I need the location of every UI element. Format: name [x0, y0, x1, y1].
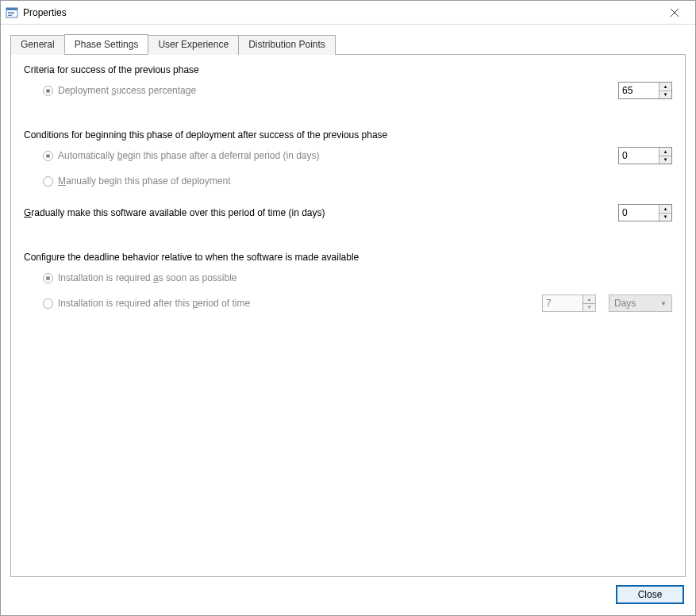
tab-strip: General Phase Settings User Experience D… [10, 34, 686, 54]
gradual-days-input[interactable] [619, 205, 659, 221]
deadline-unit-combobox: Days ▼ [609, 295, 672, 312]
spinner-up-icon[interactable]: ▲ [659, 148, 671, 156]
conditions-manual-row: Manually begin this phase of deployment [24, 171, 672, 191]
svg-rect-3 [8, 13, 14, 14]
deadline-asap-row: Installation is required as soon as poss… [24, 268, 672, 288]
svg-rect-2 [8, 12, 14, 13]
deferral-days-spinner[interactable]: ▲ ▼ [618, 147, 672, 164]
radio-after-period[interactable] [43, 298, 53, 309]
deferral-days-input[interactable] [619, 148, 659, 164]
deadline-period-row: Installation is required after this peri… [24, 293, 672, 314]
success-percentage-input[interactable] [619, 83, 659, 98]
success-percentage-spinner[interactable]: ▲ ▼ [618, 82, 672, 99]
window-close-button[interactable] [659, 2, 690, 24]
close-button[interactable]: Close [616, 585, 684, 604]
conditions-auto-row: Automatically begin this phase after a d… [24, 145, 672, 166]
criteria-section-label: Criteria for success of the previous pha… [24, 64, 672, 75]
criteria-row: Deployment success percentage ▲ ▼ [24, 80, 672, 101]
spinner-down-icon[interactable]: ▼ [659, 156, 671, 164]
spinner-down-icon[interactable]: ▼ [659, 91, 671, 99]
gradual-label: Gradually make this software available o… [24, 207, 618, 218]
tab-user-experience[interactable]: User Experience [148, 35, 239, 55]
spinner-up-icon[interactable]: ▲ [659, 205, 671, 214]
deadline-period-input [543, 295, 583, 311]
window-icon [6, 6, 18, 19]
conditions-section-label: Conditions for beginning this phase of d… [24, 129, 672, 141]
deadline-period-spinner: ▲ ▼ [542, 295, 596, 312]
content-area: General Phase Settings User Experience D… [1, 25, 695, 577]
radio-deployment-success[interactable] [43, 86, 53, 96]
titlebar: Properties [1, 1, 695, 25]
properties-dialog: Properties General Phase Settings User E… [0, 0, 696, 616]
tab-general[interactable]: General [10, 35, 65, 55]
deadline-section-label: Configure the deadline behavior relative… [24, 252, 672, 263]
radio-manual-begin-label: Manually begin this phase of deployment [58, 175, 230, 187]
spinner-up-icon: ▲ [583, 295, 595, 304]
radio-deployment-success-label: Deployment success percentage [58, 85, 196, 96]
spinner-down-icon: ▼ [583, 304, 595, 312]
close-icon [671, 9, 679, 17]
radio-manual-begin[interactable] [43, 176, 53, 187]
gradual-days-spinner[interactable]: ▲ ▼ [618, 204, 672, 221]
tab-panel-phase-settings: Criteria for success of the previous pha… [10, 54, 686, 577]
gradual-row: Gradually make this software available o… [24, 202, 672, 223]
svg-rect-1 [6, 8, 17, 10]
radio-asap[interactable] [43, 273, 53, 283]
dialog-footer: Close [1, 577, 695, 615]
window-title: Properties [23, 7, 659, 18]
spinner-down-icon[interactable]: ▼ [659, 214, 671, 221]
chevron-down-icon: ▼ [660, 300, 667, 307]
radio-auto-begin[interactable] [43, 151, 53, 161]
deadline-unit-value: Days [614, 298, 636, 309]
spinner-up-icon[interactable]: ▲ [659, 83, 671, 91]
radio-after-period-label: Installation is required after this peri… [58, 298, 250, 309]
svg-rect-4 [8, 15, 12, 16]
radio-auto-begin-label: Automatically begin this phase after a d… [58, 150, 320, 161]
tab-distribution-points[interactable]: Distribution Points [238, 35, 336, 55]
radio-asap-label: Installation is required as soon as poss… [58, 272, 237, 283]
tab-phase-settings[interactable]: Phase Settings [64, 34, 149, 54]
